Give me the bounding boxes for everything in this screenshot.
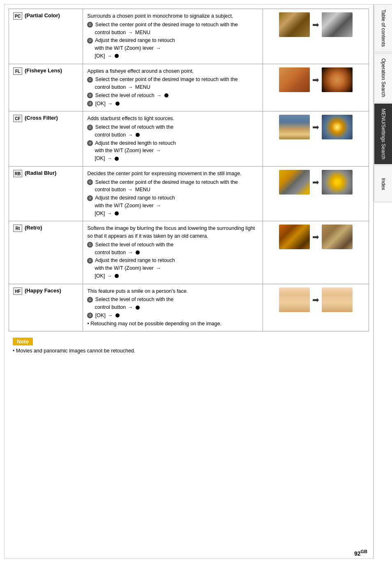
sidebar-tab-operation[interactable]: Operation Search [374, 53, 392, 102]
page-number: 92GB [354, 549, 367, 557]
before-image [279, 12, 310, 37]
step-2: ② Adjust the desired length to retouch w… [87, 139, 258, 162]
arrow-icon: ➡ [312, 75, 319, 85]
sidebar-tab-toc[interactable]: Table of contents [374, 4, 392, 52]
after-image [322, 170, 353, 195]
step-1: ① Select the center point of the desired… [87, 21, 258, 37]
step-1: ① Select the level of retouch with the c… [87, 296, 258, 311]
after-image [322, 115, 353, 139]
radial-blur-icon: RB [13, 170, 22, 177]
table-row: PC (Partial Color) Surrounds a chosen po… [9, 9, 369, 64]
step-num-2: ② [87, 38, 93, 44]
step-2: ② Adjust the desired range to retouch wi… [87, 37, 258, 60]
desc-intro: Surrounds a chosen point in monochrome t… [87, 12, 258, 20]
sidebar-tab-menu[interactable]: MENU/Settings Search [374, 103, 392, 164]
table-row: RB (Radial Blur) Decides the center poin… [9, 166, 369, 221]
feature-name-cross-filter: CF (Cross Filter) [9, 111, 83, 167]
arrow-icon: ➡ [312, 295, 319, 305]
feature-name-fisheye: FL (Fisheye Lens) [9, 64, 83, 111]
feature-images-radial-blur: ➡ [263, 166, 369, 221]
note-badge: Note [13, 338, 33, 345]
before-image [279, 67, 310, 92]
before-image [279, 225, 310, 249]
after-image [322, 287, 353, 312]
arrow-icon: ➡ [312, 232, 319, 242]
step-1: ① Select the center point of the desired… [87, 178, 258, 194]
note-section: Note • Movies and panoramic images canno… [9, 336, 369, 356]
after-image [322, 12, 353, 37]
fisheye-icon: FL [13, 67, 22, 75]
arrow-icon: ➡ [312, 122, 319, 132]
step-2: ② Select the level of retouch → [87, 92, 258, 100]
feature-images-partial-color: ➡ [263, 9, 369, 64]
table-row: HF (Happy Faces) This feature puts a smi… [9, 284, 369, 331]
feature-desc-partial-color: Surrounds a chosen point in monochrome t… [83, 9, 263, 64]
step-1: ① Select the center point of the desired… [87, 76, 258, 91]
after-image [322, 225, 353, 249]
features-table: PC (Partial Color) Surrounds a chosen po… [9, 9, 369, 331]
feature-name-partial-color: PC (Partial Color) [9, 9, 83, 64]
feature-desc-retro: Softens the image by blurring the focus … [83, 221, 263, 284]
feature-desc-radial-blur: Decides the center point for expressing … [83, 166, 263, 221]
partial-color-icon: PC [13, 12, 22, 20]
before-image [279, 115, 310, 139]
table-row: Rt (Retro) Softens the image by blurring… [9, 221, 369, 284]
step-2: ② Adjust the desired range to retouch wi… [87, 257, 258, 280]
feature-desc-happy-faces: This feature puts a smile on a person's … [83, 284, 263, 331]
before-image [279, 287, 310, 312]
step-2: ② Adjust the desired range to retouch wi… [87, 194, 258, 217]
after-image [322, 67, 353, 92]
feature-name-retro: Rt (Retro) [9, 221, 83, 284]
feature-images-fisheye: ➡ [263, 64, 369, 111]
table-row: FL (Fisheye Lens) Applies a fisheye effe… [9, 64, 369, 111]
feature-images-cross-filter: ➡ [263, 111, 369, 167]
step-3: • Retouching may not be possible dependi… [87, 320, 258, 328]
feature-images-retro: ➡ [263, 221, 369, 284]
cross-filter-icon: CF [13, 115, 22, 122]
table-row: CF (Cross Filter) Adds starburst effects… [9, 111, 369, 167]
arrow-icon: ➡ [312, 177, 319, 187]
step-1: ① Select the level of retouch with the c… [87, 241, 258, 257]
step-num-1: ① [87, 22, 93, 28]
before-image [279, 170, 310, 195]
note-text: • Movies and panoramic images cannot be … [13, 348, 365, 354]
feature-name-happy-faces: HF (Happy Faces) [9, 284, 83, 331]
retro-icon: Rt [13, 225, 22, 232]
step-2: ② [OK] → [87, 312, 258, 320]
arrow-icon: ➡ [312, 20, 319, 30]
happy-faces-icon: HF [13, 287, 22, 295]
right-sidebar: Table of contents Operation Search MENU/… [374, 4, 392, 559]
feature-name-radial-blur: RB (Radial Blur) [9, 166, 83, 221]
gb-label: GB [361, 549, 368, 554]
sidebar-tab-index[interactable]: Index [374, 165, 392, 202]
step-3: ③ [OK] → [87, 100, 258, 108]
feature-images-happy-faces: ➡ [263, 284, 369, 331]
feature-desc-cross-filter: Adds starburst effects to light sources.… [83, 111, 263, 167]
step-1: ① Select the level of retouch with the c… [87, 123, 258, 139]
feature-desc-fisheye: Applies a fisheye effect around a chosen… [83, 64, 263, 111]
